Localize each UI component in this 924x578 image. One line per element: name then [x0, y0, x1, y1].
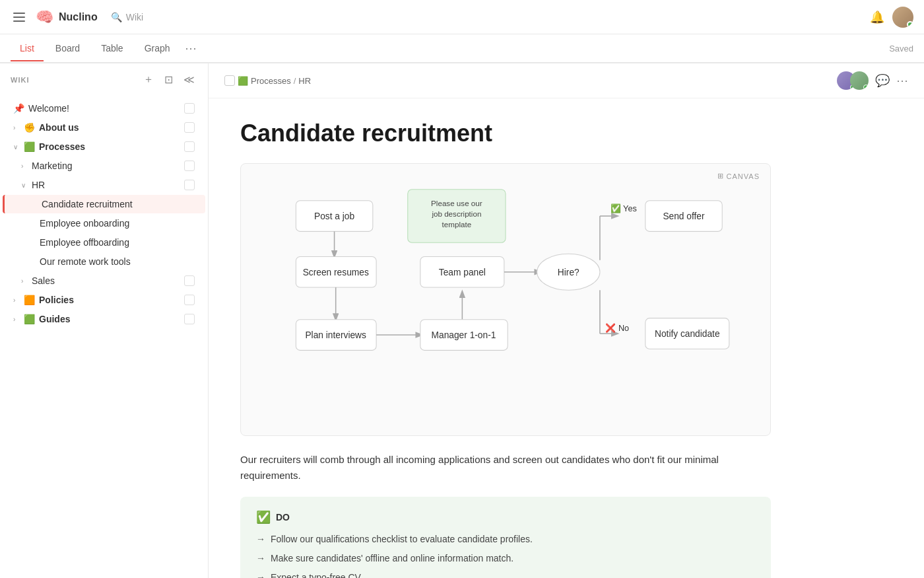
do-arrow-icon: → — [256, 552, 265, 565]
sidebar-item-employee-offboarding[interactable]: Employee offboarding — [3, 233, 205, 252]
policies-emoji: 🟧 — [24, 295, 35, 305]
sidebar-item-policies[interactable]: › 🟧 Policies — [3, 291, 205, 309]
sidebar-item-label: Candidate recruitment — [42, 199, 195, 209]
sidebar-item-employee-onboarding[interactable]: Employee onboarding — [3, 214, 205, 233]
item-checkbox[interactable] — [184, 314, 195, 324]
logo-text: Nuclino — [59, 11, 98, 23]
chevron-down-icon: ∨ — [21, 182, 29, 189]
do-item-2: → Make sure candidates' offline and onli… — [256, 552, 755, 565]
body-text: Our recruiters will comb through all inc… — [240, 452, 771, 484]
sidebar-item-label: Welcome! — [28, 103, 184, 114]
svg-text:❌ No: ❌ No — [605, 323, 629, 334]
svg-text:Screen resumes: Screen resumes — [303, 268, 369, 277]
hamburger-menu[interactable] — [11, 10, 28, 24]
main-body: WIKI ＋ ⊡ ≪ 📌 Welcome! › ✊ About us ∨ � — [0, 63, 924, 578]
svg-text:template: template — [442, 220, 472, 229]
sidebar-item-label: Processes — [39, 141, 184, 152]
notification-bell-icon[interactable]: 🔔 — [870, 10, 884, 24]
do-arrow-icon: → — [256, 532, 265, 546]
processes-emoji: 🟩 — [24, 141, 35, 152]
sidebar-item-processes[interactable]: ∨ 🟩 Processes — [3, 137, 205, 156]
sidebar-item-label: Sales — [32, 275, 184, 286]
item-checkbox[interactable] — [184, 161, 195, 171]
do-check-icon: ✅ — [256, 510, 271, 524]
chevron-right-icon: › — [13, 297, 21, 304]
sidebar-header: WIKI ＋ ⊡ ≪ — [0, 63, 208, 96]
breadcrumb-processes[interactable]: Processes — [251, 76, 291, 86]
sidebar-item-remote-work[interactable]: Our remote work tools — [3, 252, 205, 271]
sidebar-item-sales[interactable]: › Sales — [3, 271, 205, 290]
do-label: DO — [276, 512, 290, 523]
sidebar-wiki-label: WIKI — [11, 76, 135, 84]
tab-graph[interactable]: Graph — [135, 36, 180, 61]
chevron-right-icon: › — [21, 277, 29, 285]
do-item-1: → Follow our qualifications checklist to… — [256, 532, 755, 546]
sidebar-item-guides[interactable]: › 🟩 Guides — [3, 310, 205, 328]
saved-label: Saved — [889, 44, 913, 54]
chevron-right-icon: › — [13, 124, 21, 131]
svg-text:Please use our: Please use our — [431, 199, 482, 207]
sidebar-item-about-us[interactable]: › ✊ About us — [3, 118, 205, 137]
svg-text:Team panel: Team panel — [439, 268, 486, 277]
search-icon: 🔍 — [111, 12, 122, 22]
tab-more-icon[interactable]: ⋯ — [185, 41, 197, 55]
sidebar-item-label: About us — [39, 122, 184, 133]
flow-diagram-svg: Post a job Please use our job descriptio… — [257, 180, 754, 417]
content-body: Candidate recruitment ⊞ CANVAS Post a jo… — [209, 98, 803, 578]
sidebar-item-label: Our remote work tools — [40, 256, 195, 267]
sidebar-items: 📌 Welcome! › ✊ About us ∨ 🟩 Processes › — [0, 96, 208, 332]
canvas-icon: ⊞ — [717, 172, 724, 180]
sidebar-item-candidate-recruitment[interactable]: Candidate recruitment — [3, 195, 205, 213]
do-block: ✅ DO → Follow our qualifications checkli… — [240, 497, 771, 578]
sidebar-item-label: Employee offboarding — [40, 237, 195, 248]
search-area[interactable]: 🔍 Wiki — [111, 12, 143, 22]
top-nav: 🧠 Nuclino 🔍 Wiki 🔔 — [0, 0, 924, 34]
sidebar-expand-icon[interactable]: ⊡ — [162, 72, 176, 87]
do-item-text: Follow our qualifications checklist to e… — [271, 532, 533, 546]
collaborator-avatar-2[interactable] — [850, 71, 869, 90]
sidebar-collapse-icon[interactable]: ≪ — [181, 72, 197, 87]
tab-bar: List Board Table Graph ⋯ Saved — [0, 34, 924, 63]
sidebar-item-label: Employee onboarding — [40, 218, 195, 229]
flow-diagram: ⊞ CANVAS Post a job Please use our job d… — [240, 163, 771, 436]
more-options-icon[interactable]: ⋯ — [896, 73, 908, 88]
do-arrow-icon: → — [256, 571, 265, 578]
do-item-3: → Expect a typo-free CV. — [256, 571, 755, 578]
content-toolbar: 🟩 Processes / HR 💬 ⋯ — [209, 63, 924, 98]
chevron-down-icon: ∨ — [13, 143, 21, 151]
svg-text:✅ Yes: ✅ Yes — [610, 203, 637, 214]
item-checkbox[interactable] — [184, 295, 195, 305]
sidebar-item-label: Policies — [39, 295, 184, 305]
user-avatar[interactable] — [892, 7, 913, 28]
guides-emoji: 🟩 — [24, 314, 35, 324]
sidebar-add-icon[interactable]: ＋ — [141, 71, 156, 88]
logo: 🧠 Nuclino — [36, 9, 98, 26]
sidebar-item-hr[interactable]: ∨ HR — [3, 176, 205, 194]
item-checkbox[interactable] — [184, 141, 195, 152]
sidebar-item-welcome[interactable]: 📌 Welcome! — [3, 99, 205, 118]
breadcrumb-checkbox[interactable] — [224, 75, 235, 86]
comment-icon[interactable]: 💬 — [875, 73, 890, 88]
item-checkbox[interactable] — [184, 180, 195, 190]
content-area: 🟩 Processes / HR 💬 ⋯ Candidate r — [209, 63, 924, 578]
welcome-emoji: 📌 — [13, 103, 24, 114]
breadcrumb-hr[interactable]: HR — [298, 76, 311, 86]
sidebar-item-marketing[interactable]: › Marketing — [3, 157, 205, 175]
tab-table[interactable]: Table — [92, 36, 132, 61]
svg-text:Notify candidate: Notify candidate — [655, 329, 720, 339]
sidebar-item-label: Marketing — [32, 161, 184, 171]
item-checkbox[interactable] — [184, 122, 195, 133]
tab-board[interactable]: Board — [46, 36, 89, 61]
item-checkbox[interactable] — [184, 103, 195, 114]
content-actions: 💬 ⋯ — [837, 71, 908, 90]
tab-list[interactable]: List — [11, 36, 44, 61]
svg-text:job description: job description — [431, 209, 481, 218]
canvas-label: ⊞ CANVAS — [717, 172, 760, 180]
svg-text:Manager 1-on-1: Manager 1-on-1 — [432, 330, 496, 340]
item-checkbox[interactable] — [184, 275, 195, 286]
svg-text:Send offer: Send offer — [663, 211, 705, 221]
svg-text:Plan interviews: Plan interviews — [305, 330, 366, 340]
about-emoji: ✊ — [24, 122, 35, 133]
sidebar-item-label: HR — [32, 180, 184, 190]
do-item-text: Expect a typo-free CV. — [271, 571, 363, 578]
